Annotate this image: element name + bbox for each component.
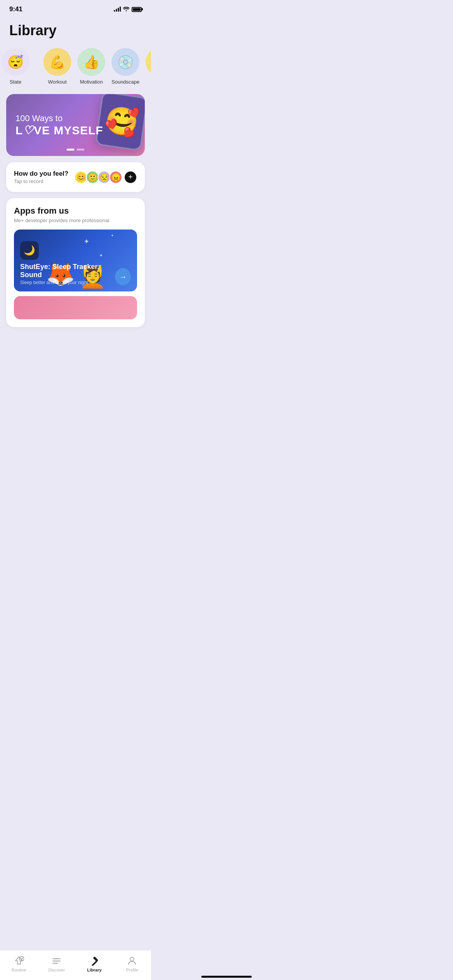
page-title: Library (9, 22, 142, 39)
app-card-content: 🌙 ShutEye: Sleep Tracker, Sound Sleep be… (20, 241, 131, 285)
category-label-soundscape: Soundscape (112, 79, 139, 85)
app-arrow-button[interactable]: → (115, 268, 131, 285)
app-card-info: 🌙 ShutEye: Sleep Tracker, Sound Sleep be… (20, 241, 115, 285)
category-label-state: State (10, 79, 21, 85)
status-time: 9:41 (9, 5, 22, 13)
status-bar: 9:41 (0, 0, 151, 16)
banner-card[interactable]: 100 Ways to L♡VE MYSELF 🥰 (6, 94, 145, 156)
mood-emoji-sad[interactable]: 😒 (98, 171, 111, 184)
category-label-motivation: Motivation (80, 79, 103, 85)
apps-section: Apps from us Me+ developer provides more… (6, 198, 145, 327)
mood-question: How do you feel? (14, 170, 69, 178)
banner-section: 100 Ways to L♡VE MYSELF 🥰 (0, 91, 151, 162)
category-item-workout[interactable]: 💪 Workout (43, 48, 71, 85)
category-label-workout: Workout (48, 79, 67, 85)
signal-icon (114, 7, 121, 12)
app-card-shuteye[interactable]: ✦ ✦ ✦ 🦊 💆 🌙 ShutEye: Sleep Tracker, Soun… (14, 230, 137, 291)
mood-card[interactable]: How do you feel? Tap to record 😊 🙂 😒 😠 + (6, 162, 145, 192)
mood-emoji-happy[interactable]: 😊 (74, 171, 88, 184)
apps-title: Apps from us (14, 206, 137, 216)
category-item-alarm[interactable]: 🔔 Alarm (146, 48, 151, 85)
app-desc: Sleep better and know your night (20, 280, 115, 285)
page-header: Library (0, 16, 151, 42)
banner-subtitle: 100 Ways to (15, 113, 136, 123)
wifi-icon (123, 6, 129, 12)
banner-dot-1 (67, 149, 74, 151)
category-item-motivation[interactable]: 👍 Motivation (77, 48, 105, 85)
banner-text: 100 Ways to L♡VE MYSELF (15, 113, 136, 136)
category-scroll: 😴 State 💪 Workout 👍 Motivation 💿 Soundsc… (0, 42, 151, 91)
banner-dot-2 (77, 149, 84, 151)
category-item-soundscape[interactable]: 💿 Soundscape (112, 48, 139, 85)
app-card-pink-peek[interactable] (14, 296, 137, 319)
status-icons (114, 6, 142, 12)
mood-emoji-neutral[interactable]: 🙂 (86, 171, 99, 184)
banner-title: L♡VE MYSELF (15, 124, 136, 137)
mood-emoji-angry[interactable]: 😠 (109, 171, 122, 184)
banner-dots (67, 149, 84, 151)
mood-text: How do you feel? Tap to record (14, 170, 69, 184)
mood-subtitle: Tap to record (14, 178, 69, 184)
mood-add-button[interactable]: + (124, 171, 137, 184)
category-item-state[interactable]: 😴 State (9, 48, 37, 85)
mood-emojis: 😊 🙂 😒 😠 + (76, 171, 137, 184)
battery-icon (132, 7, 142, 12)
app-icon: 🌙 (20, 241, 39, 260)
app-name: ShutEye: Sleep Tracker, Sound (20, 263, 115, 279)
apps-subtitle: Me+ developer provides more professional (14, 218, 137, 223)
